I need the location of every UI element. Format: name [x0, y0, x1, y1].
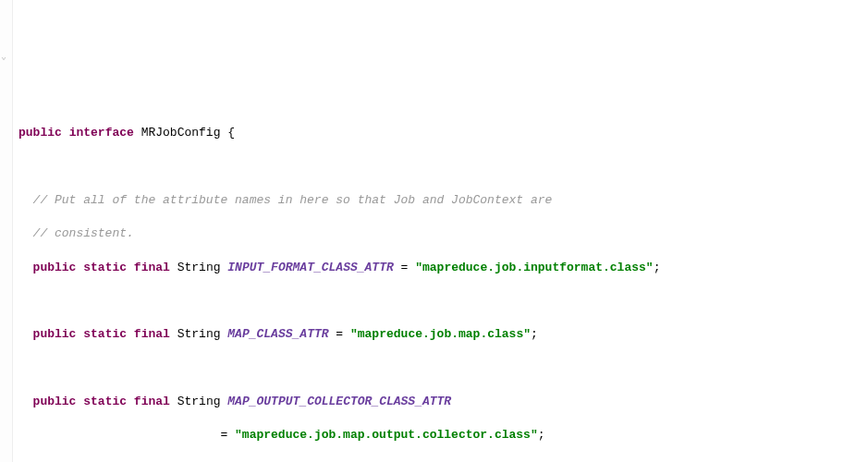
interface-declaration-line: public interface MRJobConfig { [18, 125, 861, 141]
constant-name: MAP_OUTPUT_COLLECTOR_CLASS_ATTR [227, 395, 451, 408]
blank-line [18, 293, 861, 310]
constant-name: MAP_CLASS_ATTR [227, 327, 328, 341]
constant-name: INPUT_FORMAT_CLASS_ATTR [227, 261, 393, 274]
blank-line [18, 159, 861, 176]
comment-line: // Put all of the attribute names in her… [18, 192, 861, 209]
constant-declaration: public static final String INPUT_FORMAT_… [18, 260, 861, 276]
string-literal: "mapreduce.job.inputformat.class" [415, 261, 653, 274]
string-literal: "mapreduce.job.map.output.collector.clas… [235, 428, 538, 442]
keyword-public: public [18, 126, 62, 140]
comment-line: // consistent. [18, 225, 861, 242]
code-editor-content: public interface MRJobConfig { // Put al… [18, 108, 861, 462]
constant-declaration-continuation: = "mapreduce.job.map.output.collector.cl… [18, 427, 861, 444]
constant-declaration: public static final String MAP_OUTPUT_CO… [18, 394, 861, 410]
class-name: MRJobConfig [141, 126, 221, 140]
string-literal: "mapreduce.job.map.class" [350, 327, 531, 341]
constant-declaration: public static final String MAP_CLASS_ATT… [18, 326, 861, 343]
fold-marker-icon: ⌄ [1, 51, 10, 60]
comment-text: // consistent. [33, 226, 134, 240]
blank-line [18, 360, 861, 377]
comment-text: // Put all of the attribute names in her… [33, 193, 553, 207]
brace-open: { [227, 126, 235, 140]
keyword-interface: interface [69, 126, 134, 140]
editor-gutter: ⌄ [0, 0, 13, 462]
